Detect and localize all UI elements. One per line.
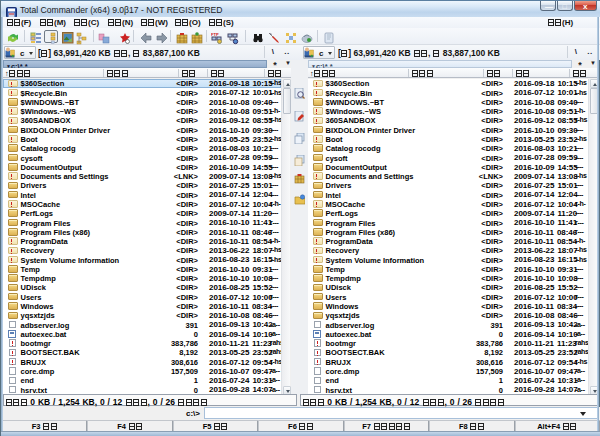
svg-text:FTP: FTP — [211, 32, 219, 37]
